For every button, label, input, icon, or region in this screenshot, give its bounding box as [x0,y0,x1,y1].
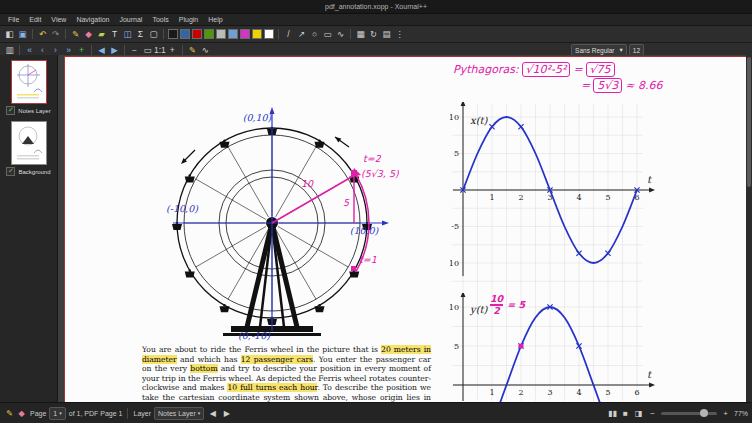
menu-item-view[interactable]: View [46,16,71,23]
menu-item-navigation[interactable]: Navigation [71,16,114,23]
color-black-swatch[interactable] [168,29,178,39]
redo-icon[interactable]: ↷ [49,28,62,40]
color-yellow-swatch[interactable] [252,29,262,39]
notes-layer-row[interactable]: ✓ Notes Layer [6,106,50,115]
layer-dropdown[interactable]: Notes Layer ▾ [154,407,204,420]
function-label: y(t) [469,304,489,316]
label-radius-10: 10 [301,178,314,189]
pdf-page[interactable]: Pythagoras: √10²-5² = √75 = 5√3 ≈ 8.66 [64,56,748,403]
window-titlebar[interactable]: pdf_annotation.xopp - Xournal++ [0,0,752,14]
snap-rotation-icon[interactable]: ↻ [367,28,380,40]
vertical-scrollbar[interactable] [746,55,752,403]
background-layer-checkbox[interactable]: ✓ [6,167,15,176]
zoom-slider[interactable] [661,412,717,415]
toolbar-separator [65,29,66,39]
body-text: and which has [177,355,241,364]
x-tick-label: 3 [547,388,552,397]
toggle-sidebar-icon[interactable]: ◧ [3,28,16,40]
text-tool-icon[interactable]: T [108,28,121,40]
menu-item-journal[interactable]: Journal [114,16,147,23]
next-layer-icon[interactable]: ▶ [221,408,232,419]
layer-label: Layer [133,410,151,417]
y-tick-label: 5 [454,342,459,351]
prev-layer-icon[interactable]: ◀ [207,408,218,419]
shape-spline-icon[interactable]: ∿ [334,28,347,40]
menu-item-tools[interactable]: Tools [147,16,173,23]
main-area: ✓ Notes Layer ✓ Background Pythagoras: √… [0,55,752,403]
pen-icon[interactable]: ✎ [69,28,82,40]
color-white-swatch[interactable] [264,29,274,39]
layer-thumbnail-notes[interactable] [12,61,46,103]
snap-grid-icon[interactable]: ▦ [354,28,367,40]
pen-mini-icon[interactable]: ✎ [4,408,15,419]
color-magenta-swatch[interactable] [240,29,250,39]
toolbar-separator [182,45,183,55]
color-blue-swatch[interactable] [180,29,190,39]
toolbar-separator [124,45,125,55]
label-t2: t=2 [363,153,382,164]
layer-thumbnail-background[interactable] [12,122,46,164]
color-gray-swatch[interactable] [216,29,226,39]
undo-icon[interactable]: ↶ [36,28,49,40]
color-green-swatch[interactable] [204,29,214,39]
menu-item-plugin[interactable]: Plugin [174,16,203,23]
notes-layer-checkbox[interactable]: ✓ [6,106,15,115]
menu-item-help[interactable]: Help [203,16,227,23]
toolbar-main: ◧▣↶↷✎◆▰T◫Σ▢/↗○▭∿▦↻▤⋮ [0,26,752,43]
eraser-mini-icon[interactable]: ◆ [16,408,27,419]
y-tick-label: -5 [451,222,459,231]
zoom-slider-thumb[interactable] [700,409,708,417]
background-layer-row[interactable]: ✓ Background [6,167,50,176]
shape-rectangle-icon[interactable]: ▭ [321,28,334,40]
math-tex-icon[interactable]: Σ [134,28,147,40]
notes-layer-preview [12,61,46,103]
problem-paragraph: You are about to ride the Ferris wheel i… [142,345,431,403]
image-tool-icon[interactable]: ◫ [121,28,134,40]
x-tick-label: 1 [489,193,494,202]
layers-icon[interactable]: ▤ [380,28,393,40]
menu-bar: FileEditViewNavigationJournalToolsPlugin… [0,14,752,26]
chevron-down-icon: ▾ [198,410,201,416]
eraser-icon[interactable]: ◆ [82,28,95,40]
graph-x-of-t: 123456105-5-10x(t)t [450,102,665,297]
save-icon[interactable]: ▣ [16,28,29,40]
document-canvas[interactable]: Pythagoras: √10²-5² = √75 = 5√3 ≈ 8.66 [58,55,752,403]
toolbar-separator [163,29,164,39]
shape-arrow-icon[interactable]: ↗ [295,28,308,40]
zoom-in-icon[interactable]: + [720,408,731,419]
page-label: Page [30,410,46,417]
audio-pause-icon[interactable]: ▮▮ [607,408,618,419]
pythagoras-expr3: 5√3 [593,78,622,93]
notes-layer-label: Notes Layer [18,108,50,114]
page-layout-icon[interactable]: ◨ [633,408,644,419]
x-tick-label: 4 [576,193,581,202]
x-tick-label: 6 [634,388,639,397]
color-red-swatch[interactable] [192,29,202,39]
overflow-menu-icon[interactable]: ⋮ [393,28,406,40]
zoom-out-icon[interactable]: − [647,408,658,419]
scrollbar-thumb[interactable] [747,57,751,187]
chevron-down-icon: ▾ [59,410,62,416]
audio-stop-icon[interactable]: ■ [620,408,631,419]
pythagoras-label: Pythagoras: [453,63,519,76]
fraction-annotation: 10 2 = 5 [490,294,525,316]
y-tick-label: 5 [454,149,459,158]
shape-ellipse-icon[interactable]: ○ [308,28,321,40]
window-title: pdf_annotation.xopp - Xournal++ [325,3,427,10]
highlighter-icon[interactable]: ▰ [95,28,108,40]
shape-line-icon[interactable]: / [282,28,295,40]
annotation-dot [518,343,523,348]
label-0-neg10: (0,-10) [238,330,271,341]
background-layer-label: Background [18,169,50,175]
layer-preview-sidebar: ✓ Notes Layer ✓ Background [0,55,58,403]
page-info: of 1, PDF Page 1 [69,410,123,417]
select-tool-icon[interactable]: ▢ [147,28,160,40]
color-lightblue-swatch[interactable] [228,29,238,39]
body-text: You are about to ride the Ferris wheel i… [142,345,381,354]
page-number-spinner[interactable]: 1 ▾ [49,407,65,420]
x-tick-label: 5 [605,193,610,202]
x-tick-label: 2 [518,388,523,397]
label-point: (5√3, 5) [361,168,399,179]
menu-item-edit[interactable]: Edit [24,16,46,23]
menu-item-file[interactable]: File [3,16,24,23]
